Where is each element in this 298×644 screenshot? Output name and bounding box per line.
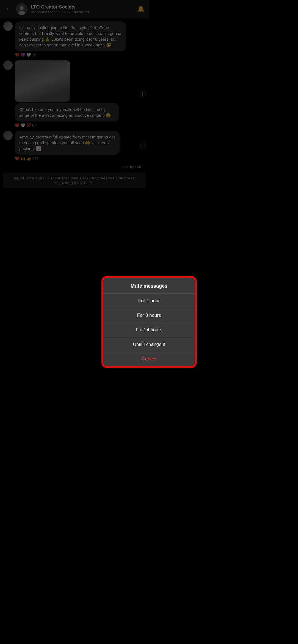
- mute-8-hours-option[interactable]: For 8 hours: [103, 308, 149, 322]
- modal-overlay[interactable]: Mute messages For 1 hour For 8 hours For…: [0, 0, 149, 322]
- mute-messages-modal: Mute messages For 1 hour For 8 hours For…: [102, 277, 149, 322]
- mute-1-hour-option[interactable]: For 1 hour: [103, 293, 149, 308]
- modal-title: Mute messages: [103, 278, 149, 293]
